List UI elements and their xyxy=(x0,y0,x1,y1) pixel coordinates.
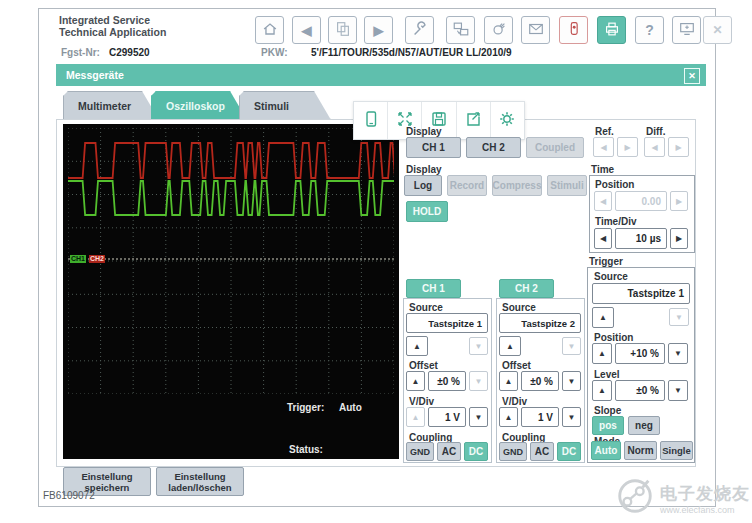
ch1-offset-up-button[interactable]: ▲ xyxy=(406,371,425,391)
forward-button[interactable]: ▶ xyxy=(364,16,393,44)
compress-button[interactable]: Compress xyxy=(492,175,542,196)
log-button[interactable]: Log xyxy=(404,175,442,196)
ch1-vdiv-up-button[interactable]: ▲ xyxy=(406,407,425,427)
oscilloscope-display: CH1 CH2 Trigger: Auto Status: xyxy=(63,124,399,459)
tab-oszilloskop[interactable]: Oszilloskop xyxy=(151,91,247,120)
ch1-source-down-button[interactable]: ▼ xyxy=(469,337,488,355)
up-arrow-icon: ▲ xyxy=(599,313,607,322)
ch2-offset-up-button[interactable]: ▲ xyxy=(499,371,518,391)
right-arrow-icon: ▶ xyxy=(676,234,682,243)
down-arrow-icon: ▼ xyxy=(568,413,576,422)
ch1-header-button[interactable]: CH 1 xyxy=(406,279,461,298)
trigger-source-field[interactable]: Tastspitze 1 xyxy=(592,283,690,304)
trigger-source-up-button[interactable]: ▲ xyxy=(592,307,614,328)
display-coupled-button[interactable]: Coupled xyxy=(526,137,584,158)
ch1-vdiv-down-button[interactable]: ▼ xyxy=(469,407,488,427)
ch2-source-down-button[interactable]: ▼ xyxy=(562,337,581,355)
ch2-gnd-button[interactable]: GND xyxy=(499,442,527,461)
mode-auto-button[interactable]: Auto xyxy=(591,441,621,460)
back-button[interactable]: ◀ xyxy=(292,16,321,44)
ch1-source-up-button[interactable]: ▲ xyxy=(406,336,428,356)
trigger-position-up-button[interactable]: ▲ xyxy=(592,343,612,364)
ch2-source-field[interactable]: Tastspitze 2 xyxy=(499,313,581,333)
tab-stimuli[interactable]: Stimuli xyxy=(239,91,331,120)
scope-trigger-label: Trigger: xyxy=(287,402,324,413)
screen-change-button[interactable] xyxy=(446,16,475,44)
diff-next-button[interactable]: ▶ xyxy=(668,137,689,157)
trigger-position-label: Position xyxy=(594,332,633,343)
display-ch2-button[interactable]: CH 2 xyxy=(466,137,521,158)
label: Log xyxy=(414,180,432,191)
slope-neg-button[interactable]: neg xyxy=(628,416,660,435)
print-button[interactable] xyxy=(597,16,626,44)
help-button[interactable]: ? xyxy=(635,16,664,44)
dialog-titlebar: Messgeräte ✕ xyxy=(56,64,706,86)
trigger-level-up-button[interactable]: ▲ xyxy=(592,380,612,401)
ch2-vdiv-down-button[interactable]: ▼ xyxy=(562,407,581,427)
home-button[interactable] xyxy=(255,16,284,44)
label: CH 1 xyxy=(422,283,445,294)
ch2-source-up-button[interactable]: ▲ xyxy=(499,336,521,356)
timediv-next-button[interactable]: ▶ xyxy=(670,228,688,249)
ch1-ac-button[interactable]: AC xyxy=(437,442,461,461)
minimize-view-button[interactable] xyxy=(672,16,701,44)
probe-icon xyxy=(565,20,583,41)
trigger-source-down-button[interactable]: ▼ xyxy=(669,308,689,326)
export-button[interactable] xyxy=(457,102,491,139)
device-view-button[interactable] xyxy=(354,102,388,139)
ch2-vdiv-label: V/Div xyxy=(502,396,527,407)
ch1-offset-down-button[interactable]: ▼ xyxy=(469,371,488,391)
ref-prev-button[interactable]: ◀ xyxy=(593,137,614,157)
down-arrow-icon: ▼ xyxy=(568,377,576,386)
fgst-label: Fgst-Nr: xyxy=(61,47,100,58)
display-ch1-button[interactable]: CH 1 xyxy=(406,137,461,158)
close-app-button[interactable]: ✕ xyxy=(703,16,732,44)
time-position-value: 0.00 xyxy=(615,191,667,211)
ch2-header-button[interactable]: CH 2 xyxy=(499,279,554,298)
trigger-level-value: ±0 % xyxy=(615,380,665,401)
label-line1: Einstellung xyxy=(81,471,132,482)
time-position-next-button[interactable]: ▶ xyxy=(670,191,688,211)
connection-button[interactable] xyxy=(484,16,513,44)
dialog-close-button[interactable]: ✕ xyxy=(684,68,700,84)
load-delete-settings-button[interactable]: Einstellung laden/löschen xyxy=(156,467,244,496)
ch1-dc-button[interactable]: DC xyxy=(464,442,488,461)
ch2-ac-button[interactable]: AC xyxy=(530,442,554,461)
ch2-trace-tag: CH2 xyxy=(89,255,105,263)
ch1-gnd-button[interactable]: GND xyxy=(406,442,434,461)
app-title: Integrated Service Technical Application xyxy=(59,14,166,38)
tab-multimeter[interactable]: Multimeter xyxy=(63,91,159,120)
mode-norm-button[interactable]: Norm xyxy=(624,441,657,460)
ch2-vdiv-up-button[interactable]: ▲ xyxy=(499,407,518,427)
label-line2: laden/löschen xyxy=(168,482,231,493)
mode-single-button[interactable]: Single xyxy=(660,441,693,460)
label: DC xyxy=(562,446,576,457)
ch2-vdiv-value: 1 V xyxy=(521,407,559,427)
workshop-button[interactable] xyxy=(405,16,434,44)
trigger-position-down-button[interactable]: ▼ xyxy=(668,343,688,364)
page: Integrated Service Technical Application… xyxy=(0,0,752,523)
up-arrow-icon: ▲ xyxy=(598,386,606,395)
ch1-offset-value: ±0 % xyxy=(428,371,466,391)
diff-prev-button[interactable]: ◀ xyxy=(644,137,665,157)
down-arrow-icon: ▼ xyxy=(674,386,682,395)
hold-button[interactable]: HOLD xyxy=(406,201,448,222)
time-position-prev-button[interactable]: ◀ xyxy=(594,191,612,211)
operations-button[interactable] xyxy=(328,16,357,44)
timediv-prev-button[interactable]: ◀ xyxy=(594,228,612,249)
measurement-device-button[interactable] xyxy=(559,16,588,44)
record-button[interactable]: Record xyxy=(447,175,487,196)
trigger-slope-label: Slope xyxy=(594,405,621,416)
messages-button[interactable] xyxy=(521,16,550,44)
ref-next-button[interactable]: ▶ xyxy=(617,137,638,157)
slope-pos-button[interactable]: pos xyxy=(592,416,624,435)
trigger-level-down-button[interactable]: ▼ xyxy=(668,380,688,401)
ch2-offset-down-button[interactable]: ▼ xyxy=(562,371,581,391)
label: GND xyxy=(503,447,523,457)
ch1-vdiv-value: 1 V xyxy=(428,407,466,427)
ch2-dc-button[interactable]: DC xyxy=(557,442,581,461)
ch1-source-field[interactable]: Tastspitze 1 xyxy=(406,313,488,333)
stimuli-button[interactable]: Stimuli xyxy=(547,175,587,196)
tab-label: Multimeter xyxy=(78,100,131,112)
settings-button[interactable] xyxy=(491,102,524,139)
